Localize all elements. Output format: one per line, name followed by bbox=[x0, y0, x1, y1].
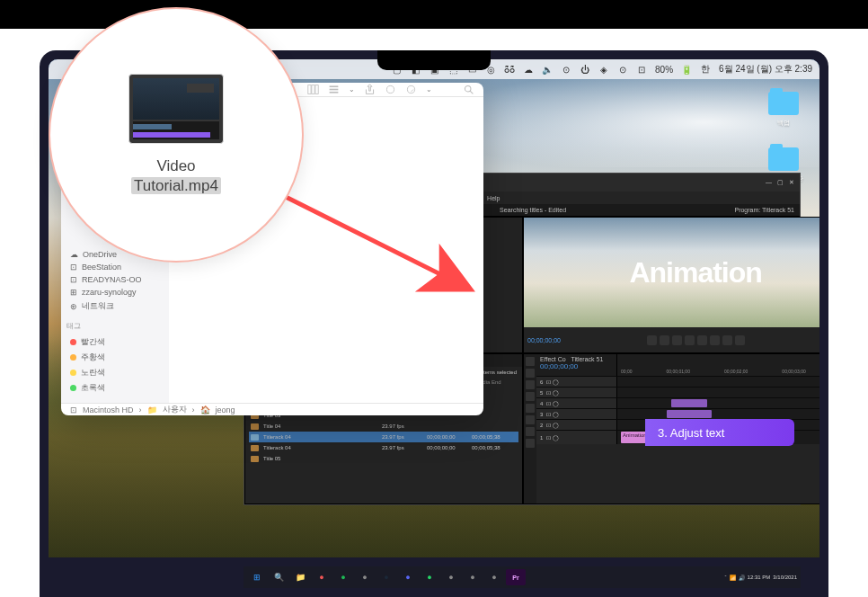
nas-icon: ⊞ bbox=[70, 288, 77, 297]
taskbar-premiere[interactable]: Pr bbox=[506, 569, 526, 585]
project-item-selected[interactable]: Titlerack 0423.97 fps00;00;00;0000;00;05… bbox=[249, 432, 518, 442]
timeline-track[interactable]: 3 ⊡ ◯ bbox=[536, 408, 819, 419]
timeline-timecode: 00;00;00;00 bbox=[540, 362, 613, 370]
tag-dot-icon bbox=[70, 354, 76, 361]
bin-icon bbox=[251, 445, 259, 451]
taskbar-date: 3/10/2021 bbox=[773, 575, 797, 580]
project-item[interactable]: Title 0423.97 fps bbox=[249, 421, 518, 432]
sidebar-item-location[interactable]: ⊡READYNAS-OO bbox=[66, 273, 164, 286]
program-timecode: 00;00;00;00 bbox=[527, 337, 561, 343]
start-button[interactable]: ⊞ bbox=[247, 569, 267, 585]
project-item[interactable]: Title 05 bbox=[249, 453, 518, 464]
sidebar-tags-heading: 태그 bbox=[66, 321, 164, 331]
taskbar-tray[interactable]: ˄ 📶 🔊 12:31 PM 3/10/2021 bbox=[724, 575, 797, 581]
video-file-thumbnail[interactable] bbox=[128, 74, 224, 144]
razor-tool[interactable] bbox=[526, 392, 535, 401]
timeline-title: Effect Co Titlerack 51 00;00;00;00 bbox=[536, 354, 617, 376]
view-options-icon[interactable] bbox=[328, 84, 340, 95]
menubar-icon[interactable]: ȭȭ bbox=[504, 64, 515, 75]
sidebar-tag[interactable]: 주황색 bbox=[66, 350, 164, 365]
hangul-icon[interactable]: 한 bbox=[700, 64, 711, 75]
slip-tool[interactable] bbox=[526, 404, 535, 413]
step-back-button[interactable] bbox=[672, 335, 682, 345]
chevron-down-icon[interactable]: ⌄ bbox=[426, 85, 432, 94]
track-select-tool[interactable] bbox=[526, 369, 535, 378]
sidebar-item-location[interactable]: ⊞zzaru-synology bbox=[66, 286, 164, 298]
taskbar-spotify[interactable]: ● bbox=[333, 569, 353, 585]
more-icon[interactable] bbox=[405, 84, 417, 95]
workspace-tab[interactable]: Searching titles - Edited bbox=[500, 207, 566, 213]
wifi-icon[interactable]: ⊙ bbox=[617, 64, 628, 75]
program-overlay-text: Animation bbox=[629, 256, 761, 290]
chevron-right-icon: › bbox=[139, 405, 142, 414]
step-fwd-button[interactable] bbox=[697, 335, 707, 345]
folder-icon bbox=[768, 92, 799, 115]
menubar-icon[interactable]: ⊙ bbox=[561, 64, 571, 75]
taskbar-chrome[interactable]: ● bbox=[312, 569, 332, 585]
tag-dot-icon bbox=[70, 339, 76, 345]
share-icon[interactable] bbox=[364, 84, 376, 95]
project-item[interactable]: Titlerack 0423.97 fps00;00;00;0000;00;05… bbox=[249, 442, 518, 453]
columns-view-icon[interactable] bbox=[307, 84, 319, 95]
extract-button[interactable] bbox=[722, 335, 732, 345]
selection-tool[interactable] bbox=[526, 357, 535, 366]
hand-tool[interactable] bbox=[526, 427, 535, 436]
mark-out-button[interactable] bbox=[660, 335, 669, 345]
video-file-name: Video Tutorial.mp4 bbox=[131, 156, 221, 196]
sidebar-tag[interactable]: 초록색 bbox=[66, 380, 164, 396]
mark-in-button[interactable] bbox=[647, 335, 657, 345]
menubar-icon[interactable]: ⏻ bbox=[580, 64, 590, 75]
menu-help[interactable]: Help bbox=[487, 195, 500, 201]
taskbar-whatsapp[interactable]: ● bbox=[420, 569, 439, 585]
program-video[interactable]: Animation bbox=[524, 218, 819, 327]
play-button[interactable] bbox=[685, 335, 695, 345]
breadcrumb-item[interactable]: jeong bbox=[216, 405, 235, 414]
tray-chevron-icon[interactable]: ˄ bbox=[724, 575, 727, 581]
airdrop-icon[interactable]: ◈ bbox=[598, 64, 609, 75]
chevron-down-icon[interactable]: ⌄ bbox=[349, 85, 355, 94]
timeline-track[interactable]: 5 ⊡ ◯ bbox=[536, 387, 819, 397]
taskbar-explorer[interactable]: 📁 bbox=[290, 569, 310, 585]
svg-point-6 bbox=[386, 85, 394, 93]
pen-tool[interactable] bbox=[526, 415, 535, 424]
cloud-icon[interactable]: ☁ bbox=[523, 64, 534, 75]
timeline-ruler[interactable]: 00;00 00;00;01;00 00;00;02;00 00;00;03;0… bbox=[617, 354, 819, 376]
menubar-icon[interactable]: ⊡ bbox=[636, 64, 647, 75]
sidebar-item-location[interactable]: ⊡BeeStation bbox=[66, 261, 164, 273]
maximize-button[interactable]: ▢ bbox=[777, 179, 784, 186]
svg-rect-4 bbox=[330, 89, 339, 91]
taskbar-time: 12:31 PM bbox=[748, 575, 771, 580]
taskbar-search[interactable]: 🔍 bbox=[269, 569, 288, 585]
svg-rect-0 bbox=[308, 85, 311, 94]
taskbar-app[interactable]: ● bbox=[484, 569, 504, 585]
svg-line-9 bbox=[470, 91, 473, 94]
breadcrumb-item[interactable]: 사용자 bbox=[163, 404, 187, 415]
tray-wifi-icon[interactable]: 📶 bbox=[730, 575, 736, 581]
taskbar-steam[interactable]: ● bbox=[376, 569, 396, 585]
taskbar-app[interactable]: ● bbox=[355, 569, 375, 585]
tray-vol-icon[interactable]: 🔊 bbox=[739, 575, 745, 581]
volume-icon[interactable]: 🔈 bbox=[542, 64, 553, 75]
search-icon[interactable] bbox=[463, 84, 474, 95]
program-label[interactable]: Program: Titlerack 51 bbox=[734, 207, 794, 213]
svg-rect-1 bbox=[312, 85, 314, 94]
sidebar-item-location[interactable]: ⊛네트워크 bbox=[66, 298, 164, 314]
ripple-tool[interactable] bbox=[526, 380, 535, 389]
desktop-folder[interactable]: 백업 bbox=[762, 92, 805, 128]
sidebar-tag[interactable]: 노란색 bbox=[66, 365, 164, 380]
timeline-track[interactable]: 4 ⊡ ◯ bbox=[536, 397, 819, 408]
timeline-header: Effect Co Titlerack 51 00;00;00;00 00;00… bbox=[536, 354, 819, 376]
taskbar-app[interactable]: ● bbox=[463, 569, 483, 585]
timeline-track[interactable]: 6 ⊡ ◯ bbox=[536, 376, 819, 387]
export-frame-button[interactable] bbox=[735, 335, 745, 345]
taskbar-app[interactable]: ● bbox=[441, 569, 461, 585]
type-tool[interactable] bbox=[526, 439, 535, 448]
home-icon: 🏠 bbox=[200, 405, 210, 414]
tag-icon[interactable] bbox=[385, 84, 396, 95]
close-button[interactable]: ✕ bbox=[789, 179, 794, 186]
sidebar-tag[interactable]: 빨간색 bbox=[66, 334, 164, 350]
taskbar-app[interactable]: ● bbox=[398, 569, 418, 585]
breadcrumb-item[interactable]: Macintosh HD bbox=[83, 405, 134, 414]
lift-button[interactable] bbox=[710, 335, 720, 345]
minimize-button[interactable]: — bbox=[766, 179, 772, 186]
